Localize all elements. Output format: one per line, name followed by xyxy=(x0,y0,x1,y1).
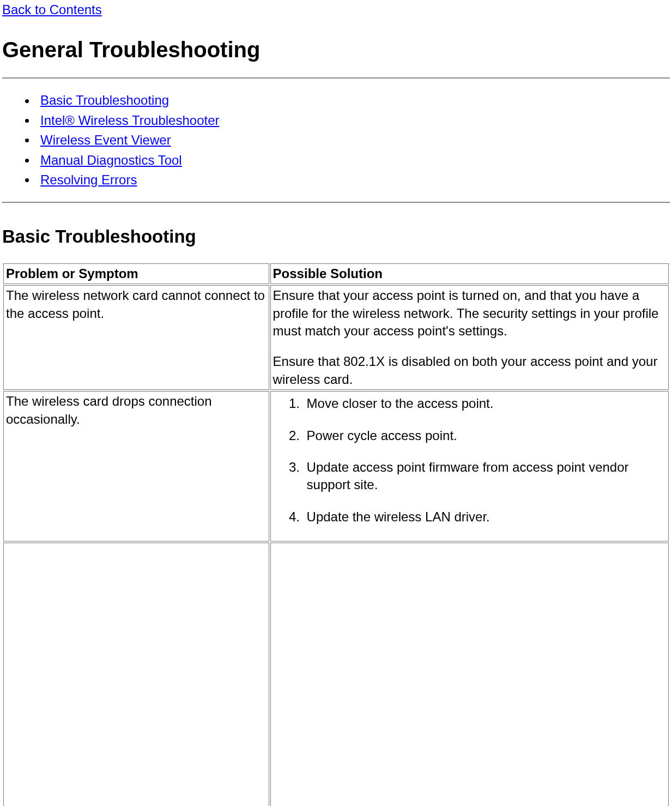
list-item: Intel® Wireless Troubleshooter xyxy=(40,112,670,129)
cell-solution: Move closer to the access point. Power c… xyxy=(270,391,669,542)
table-row: The wireless card drops connection occas… xyxy=(3,391,669,542)
toc-link-diagnostics[interactable]: Manual Diagnostics Tool xyxy=(40,153,182,167)
solution-step: Update the wireless LAN driver. xyxy=(304,508,666,526)
toc-link-event-viewer[interactable]: Wireless Event Viewer xyxy=(40,133,171,147)
divider-top xyxy=(2,77,670,79)
table-row: The wireless network card cannot connect… xyxy=(3,285,669,390)
solution-paragraph: Ensure that 802.1X is disabled on both y… xyxy=(273,353,666,388)
troubleshooting-table: Problem or Symptom Possible Solution The… xyxy=(2,262,670,806)
toc-link-errors[interactable]: Resolving Errors xyxy=(40,172,137,187)
solution-step: Power cycle access point. xyxy=(304,427,666,444)
solution-step: Update access point firmware from access… xyxy=(304,459,666,494)
solution-steps-list: Move closer to the access point. Power c… xyxy=(273,395,666,526)
table-header-row: Problem or Symptom Possible Solution xyxy=(3,263,669,284)
back-to-contents-link[interactable]: Back to Contents xyxy=(2,1,102,19)
cell-problem: The wireless card drops connection occas… xyxy=(3,391,269,542)
divider-bottom xyxy=(2,202,670,203)
cell-solution: Ensure that your access point is turned … xyxy=(270,285,669,390)
toc-list: Basic Troubleshooting Intel® Wireless Tr… xyxy=(2,92,670,189)
cell-problem-empty xyxy=(3,543,269,806)
toc-link-intel[interactable]: Intel® Wireless Troubleshooter xyxy=(40,113,220,128)
solution-step: Move closer to the access point. xyxy=(304,395,666,412)
list-item: Wireless Event Viewer xyxy=(40,131,670,149)
section-title: Basic Troubleshooting xyxy=(2,225,670,249)
list-item: Basic Troubleshooting xyxy=(40,92,670,109)
header-solution: Possible Solution xyxy=(270,263,669,284)
toc-link-basic[interactable]: Basic Troubleshooting xyxy=(40,93,169,107)
cell-solution-empty xyxy=(270,543,669,806)
header-problem: Problem or Symptom xyxy=(3,263,269,284)
list-item: Manual Diagnostics Tool xyxy=(40,152,670,169)
cell-problem: The wireless network card cannot connect… xyxy=(3,285,269,390)
solution-paragraph: Ensure that your access point is turned … xyxy=(273,287,666,340)
page-title: General Troubleshooting xyxy=(2,35,670,64)
table-row xyxy=(3,543,669,806)
list-item: Resolving Errors xyxy=(40,171,670,189)
